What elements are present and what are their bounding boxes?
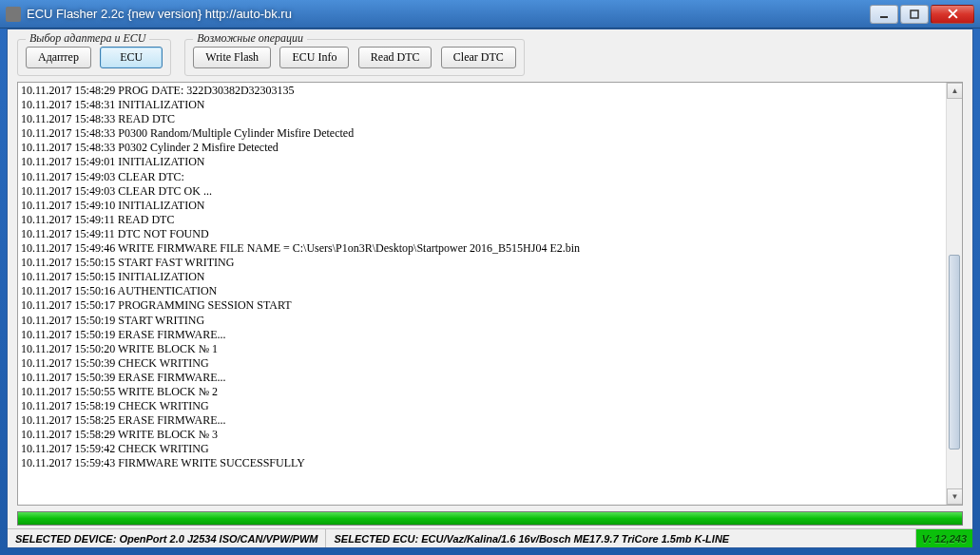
status-ecu-label: SELECTED ECU: [334, 533, 418, 545]
window-titlebar: ECU Flasher 2.2c {new version} http://au… [0, 0, 980, 29]
log-line: 10.11.2017 15:59:42 CHECK WRITING [21, 442, 945, 456]
progress-fill [18, 512, 962, 525]
log-line: 10.11.2017 15:49:11 READ DTC [21, 213, 945, 227]
log-line: 10.11.2017 15:50:39 ERASE FIRMWARE... [21, 371, 945, 385]
log-line: 10.11.2017 15:50:19 ERASE FIRMWARE... [21, 328, 945, 342]
log-line: 10.11.2017 15:48:33 READ DTC [21, 112, 945, 126]
ecu-info-button[interactable]: ECU Info [279, 47, 349, 68]
log-line: 10.11.2017 15:58:25 ERASE FIRMWARE... [21, 413, 945, 428]
app-icon [6, 7, 21, 22]
status-ecu: SELECTED ECU: ECU/Vaz/Kalina/1.6 16v/Bos… [326, 529, 915, 547]
log-line: 10.11.2017 15:49:03 CLEAR DTC OK ... [21, 184, 945, 199]
status-ecu-value: ECU/Vaz/Kalina/1.6 16v/Bosch ME17.9.7 Tr… [421, 533, 729, 545]
svg-rect-1 [911, 10, 918, 18]
scroll-down-button[interactable]: ▼ [947, 488, 963, 505]
toolbar-row: Выбор адаптера и ECU Адаптер ECU Возможн… [8, 29, 972, 82]
log-line: 10.11.2017 15:48:29 PROG DATE: 322D30382… [21, 84, 945, 98]
status-device: SELECTED DEVICE: OpenPort 2.0 J2534 ISO/… [8, 529, 326, 547]
scroll-up-button[interactable]: ▲ [947, 83, 963, 99]
log-line: 10.11.2017 15:49:03 CLEAR DTC: [21, 170, 945, 184]
scroll-thumb[interactable] [949, 255, 960, 450]
log-line: 10.11.2017 15:48:33 P0300 Random/Multipl… [21, 126, 945, 141]
read-dtc-button[interactable]: Read DTC [358, 47, 432, 68]
log-line: 10.11.2017 15:48:33 P0302 Cylinder 2 Mis… [21, 141, 945, 155]
write-flash-button[interactable]: Write Flash [193, 47, 271, 68]
log-line: 10.11.2017 15:50:16 AUTHENTICATION [21, 284, 945, 298]
log-line: 10.11.2017 15:50:19 START WRITING [21, 314, 945, 328]
status-device-label: SELECTED DEVICE: [15, 533, 116, 545]
log-line: 10.11.2017 15:50:15 INITIALIZATION [21, 270, 945, 284]
status-version: V: 12,243 [916, 529, 972, 547]
group-operations-legend: Возможные операции [193, 31, 307, 46]
log-line: 10.11.2017 15:49:46 WRITE FIRMWARE FILE … [21, 241, 945, 256]
log-line: 10.11.2017 15:50:55 WRITE BLOCK № 2 [21, 385, 945, 399]
log-line: 10.11.2017 15:49:01 INITIALIZATION [21, 155, 945, 169]
clear-dtc-button[interactable]: Clear DTC [441, 47, 516, 68]
group-operations: Возможные операции Write Flash ECU Info … [184, 39, 525, 76]
ecu-button[interactable]: ECU [100, 47, 163, 68]
status-device-value: OpenPort 2.0 J2534 ISO/CAN/VPW/PWM [119, 533, 317, 545]
log-text[interactable]: 10.11.2017 15:48:29 PROG DATE: 322D30382… [21, 84, 945, 505]
status-bar: SELECTED DEVICE: OpenPort 2.0 J2534 ISO/… [8, 528, 972, 547]
log-line: 10.11.2017 15:50:39 CHECK WRITING [21, 356, 945, 371]
maximize-button[interactable] [900, 5, 929, 24]
log-line: 10.11.2017 15:58:29 WRITE BLOCK № 3 [21, 428, 945, 442]
log-line: 10.11.2017 15:50:15 START FAST WRITING [21, 256, 945, 270]
group-adapter-legend: Выбор адаптера и ECU [26, 31, 149, 46]
client-area: Выбор адаптера и ECU Адаптер ECU Возможн… [7, 29, 973, 548]
minimize-button[interactable] [870, 5, 898, 24]
log-line: 10.11.2017 15:50:20 WRITE BLOCK № 1 [21, 342, 945, 356]
log-line: 10.11.2017 15:50:17 PROGRAMMING SESSION … [21, 298, 945, 313]
log-line: 10.11.2017 15:49:11 DTC NOT FOUND [21, 227, 945, 241]
log-scrollbar[interactable]: ▲ ▼ [946, 83, 962, 505]
log-line: 10.11.2017 15:59:43 FIRMWARE WRITE SUCCE… [21, 456, 945, 470]
group-adapter-ecu: Выбор адаптера и ECU Адаптер ECU [17, 39, 171, 76]
window-controls [868, 5, 974, 24]
close-button[interactable] [931, 5, 974, 24]
log-line: 10.11.2017 15:58:19 CHECK WRITING [21, 399, 945, 413]
log-line: 10.11.2017 15:48:31 INITIALIZATION [21, 98, 945, 112]
progress-bar [17, 511, 963, 526]
log-panel: 10.11.2017 15:48:29 PROG DATE: 322D30382… [17, 82, 963, 506]
adapter-button[interactable]: Адаптер [26, 47, 91, 68]
window-title: ECU Flasher 2.2c {new version} http://au… [27, 7, 868, 21]
svg-rect-0 [880, 16, 888, 18]
scroll-track[interactable] [947, 99, 962, 488]
log-line: 10.11.2017 15:49:10 INITIALIZATION [21, 199, 945, 213]
